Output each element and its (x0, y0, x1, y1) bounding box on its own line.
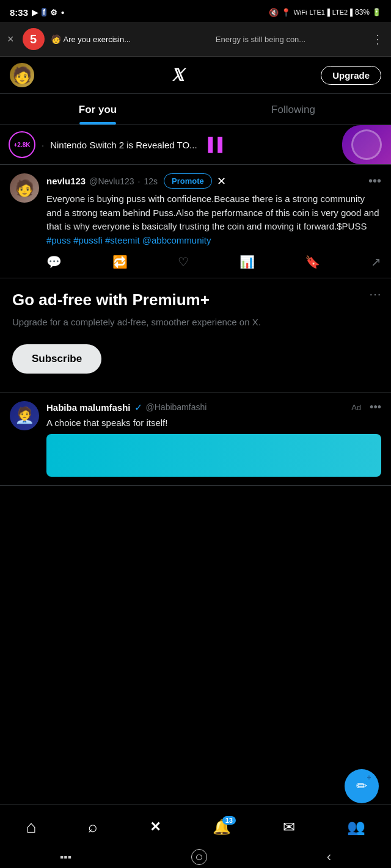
retweet-button[interactable]: 🔁 (112, 255, 128, 269)
like-icon: ♡ (178, 255, 189, 269)
compose-fab[interactable]: ✏ + (345, 769, 379, 803)
app-icon-label: 5 (30, 32, 37, 46)
tab-bar: For you Following (0, 94, 391, 125)
avatar-image: 🧑 (12, 66, 32, 85)
facebook-icon: f (42, 8, 46, 16)
ad-avatar-image: 🧑‍💼 (15, 406, 34, 425)
tweet-header: nevlu123 @Nevlu123 · 12s Promote ✕ ••• (46, 173, 381, 189)
tweet-main-text: Everyone is buying puss with confidence.… (46, 193, 379, 231)
notif-title: Are you exercisin... (64, 35, 213, 44)
bottom-navigation: ⌂ ⌕ ✕ 🔔 13 ✉ 👥 (0, 805, 391, 846)
tweet-text: Everyone is buying puss with confidence.… (46, 192, 381, 247)
close-icon[interactable]: × (7, 33, 14, 46)
location-icon: 📍 (281, 8, 291, 17)
app-icon: 5 (23, 28, 45, 50)
wifi-icon: WiFi (293, 9, 307, 16)
ad-avatar[interactable]: 🧑‍💼 (10, 401, 39, 430)
stats-icon: 📊 (239, 255, 255, 269)
tweet-actions: 💬 🔁 ♡ 📊 🔖 ↗ (46, 255, 381, 269)
trending-content: +2.8K · Nintendo Switch 2 is Revealed TO… (0, 125, 342, 164)
trend-count-label: +2.8K (14, 142, 31, 148)
promote-button[interactable]: Promote (164, 173, 212, 189)
grok-nav-icon: ✕ (150, 819, 161, 835)
status-indicators: 🔇 📍 WiFi LTE1▐ LTE2▐ 83% 🔋 (269, 8, 381, 17)
notification-banner[interactable]: × 5 🧑 Are you exercisin... Energy is sti… (0, 22, 391, 57)
tweet-handle: @Nevlu123 (89, 176, 134, 186)
signal2-icon: LTE2▐ (332, 9, 353, 16)
nav-grok[interactable]: ✕ (150, 819, 161, 835)
battery-icon: 🔋 (372, 8, 381, 16)
stats-button[interactable]: 📊 (239, 255, 255, 269)
status-bar: 8:33 ▶ f ⚙ • 🔇 📍 WiFi LTE1▐ LTE2▐ 83% 🔋 (0, 0, 391, 22)
like-button[interactable]: ♡ (178, 255, 189, 269)
trending-title: Nintendo Switch 2 is Revealed TO... (50, 140, 197, 150)
tweet-card: 🧑 nevlu123 @Nevlu123 · 12s Promote ✕ •••… (0, 165, 391, 278)
trending-right-visual (342, 125, 391, 164)
app-logo: 𝕏 (170, 65, 185, 85)
ad-username[interactable]: Habiba malumfashi (46, 402, 131, 413)
tweet-avatar-image: 🧑 (15, 179, 34, 198)
communities-icon: 👥 (347, 819, 365, 836)
youtube-icon: ▶ (32, 8, 38, 17)
ad-header: Habiba malumfashi ✓ @Habibamfashi Ad ••• (46, 401, 381, 414)
share-button[interactable]: ↗ (371, 255, 381, 269)
home-icon: ⌂ (26, 817, 36, 837)
grok-icon[interactable]: ✕ (217, 175, 226, 188)
trend-dot: · (42, 140, 44, 150)
audio-icon: ▌▌ (208, 137, 227, 153)
trending-banner[interactable]: +2.8K · Nintendo Switch 2 is Revealed TO… (0, 125, 391, 164)
nav-search[interactable]: ⌕ (88, 817, 98, 836)
comment-icon: 💬 (46, 255, 62, 269)
tweet-body: nevlu123 @Nevlu123 · 12s Promote ✕ ••• E… (46, 173, 381, 269)
nav-messages[interactable]: ✉ (283, 819, 295, 836)
tweet-time: · (138, 176, 141, 186)
ad-tweet-card: 🧑‍💼 Habiba malumfashi ✓ @Habibamfashi Ad… (0, 392, 391, 486)
tab-for-you[interactable]: For you (0, 94, 196, 125)
app-header: 🧑 𝕏 Upgrade (0, 57, 391, 94)
nav-communities[interactable]: 👥 (347, 819, 365, 836)
recent-apps-icon[interactable]: ▪▪▪ (60, 851, 71, 864)
more-options-icon[interactable]: ⋮ (371, 32, 384, 46)
ad-body: Habiba malumfashi ✓ @Habibamfashi Ad •••… (46, 401, 381, 477)
notif-emoji: 🧑 (51, 34, 61, 44)
premium-description: Upgrade for a completely ad-free, smooth… (12, 316, 379, 330)
premium-more-icon[interactable]: ⋯ (369, 287, 381, 302)
notif-subtitle: Energy is still being con... (216, 35, 365, 44)
trending-circle-visual (351, 129, 382, 160)
ad-text: A choice that speaks for itself! (46, 418, 381, 428)
more-tweet-options-icon[interactable]: ••• (368, 174, 381, 188)
notifications-badge: 13 (222, 816, 236, 825)
ad-image (46, 434, 381, 477)
tab-following[interactable]: Following (196, 94, 391, 125)
upgrade-button[interactable]: Upgrade (321, 66, 381, 85)
user-avatar[interactable]: 🧑 (10, 63, 34, 87)
mute-icon: 🔇 (269, 8, 279, 17)
tweet-username[interactable]: nevlu123 (46, 176, 86, 186)
comment-button[interactable]: 💬 (46, 255, 62, 269)
game-icon: ⚙ (50, 8, 57, 17)
premium-ad-card: ⋯ Go ad-free with Premium+ Upgrade for a… (0, 278, 391, 392)
tweet-mention[interactable]: @abbcommunity (142, 235, 211, 245)
tweet-avatar[interactable]: 🧑 (10, 173, 39, 203)
dot-icon: • (61, 7, 64, 18)
nav-home[interactable]: ⌂ (26, 817, 36, 837)
status-time-area: 8:33 ▶ f ⚙ • (10, 7, 64, 18)
battery-level: 83% (355, 8, 370, 16)
messages-icon: ✉ (283, 819, 295, 836)
status-time: 8:33 (10, 7, 28, 18)
retweet-icon: 🔁 (112, 255, 128, 269)
home-button[interactable]: ○ (191, 849, 207, 865)
bookmark-icon: 🔖 (305, 255, 320, 269)
notif-content: 🧑 Are you exercisin... Energy is still b… (51, 34, 365, 44)
ad-more-icon[interactable]: ••• (370, 401, 381, 414)
tweet-hashtags[interactable]: #puss #pussfi #steemit (46, 235, 140, 245)
signal-icon: LTE1▐ (309, 9, 329, 16)
subscribe-button[interactable]: Subscribe (12, 344, 101, 374)
verified-icon: ✓ (134, 402, 142, 413)
nav-notifications[interactable]: 🔔 13 (213, 819, 231, 836)
bookmark-button[interactable]: 🔖 (305, 255, 320, 269)
premium-title: Go ad-free with Premium+ (12, 291, 379, 309)
back-button[interactable]: ‹ (327, 849, 331, 865)
ad-label: Ad (351, 403, 361, 412)
android-nav-bar: ▪▪▪ ○ ‹ (0, 846, 391, 868)
